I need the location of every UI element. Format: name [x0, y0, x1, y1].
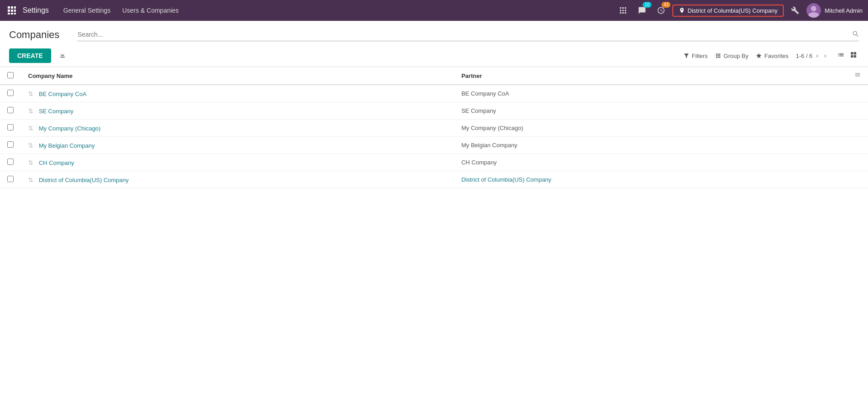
row-partner: CH Company — [454, 154, 847, 171]
row-partner: BE Company CoA — [454, 85, 847, 102]
top-navigation: Settings General Settings Users & Compan… — [0, 0, 868, 21]
row-partner: My Belgian Company — [454, 137, 847, 154]
groupby-button[interactable]: Group By — [715, 53, 748, 59]
favorites-label: Favorites — [764, 53, 788, 59]
svg-point-14 — [624, 10, 626, 11]
table-row[interactable]: ⇅ CH Company CH Company — [0, 154, 868, 171]
column-settings-button[interactable] — [854, 72, 861, 80]
table-row[interactable]: ⇅ My Belgian Company My Belgian Company — [0, 137, 868, 154]
svg-point-12 — [619, 10, 621, 11]
user-name[interactable]: Mitchell Admin — [825, 7, 863, 14]
search-icon[interactable] — [852, 30, 859, 39]
companies-table: Company Name Partner ⇅ BE Company CoA — [0, 67, 868, 188]
create-button[interactable]: CREATE — [9, 48, 51, 63]
table-row[interactable]: ⇅ My Company (Chicago) My Company (Chica… — [0, 120, 868, 137]
wrench-icon-btn[interactable] — [787, 3, 803, 18]
col-header-company-name[interactable]: Company Name — [21, 67, 454, 85]
row-checkbox-cell — [0, 154, 21, 171]
clock-badge: 43 — [662, 2, 670, 8]
view-icons — [835, 49, 859, 62]
app-title: Settings — [23, 6, 49, 14]
company-name-value: CH Company — [39, 159, 74, 166]
row-checkbox[interactable] — [7, 176, 14, 182]
col-header-partner[interactable]: Partner — [454, 67, 847, 85]
row-partner: My Company (Chicago) — [454, 120, 847, 137]
drag-handle-icon[interactable]: ⇅ — [28, 142, 34, 149]
drag-handle-icon[interactable]: ⇅ — [28, 159, 34, 166]
row-company-name: ⇅ SE Company — [21, 102, 454, 120]
row-checkbox[interactable] — [7, 107, 14, 113]
search-input[interactable] — [77, 31, 848, 38]
row-checkbox[interactable] — [7, 90, 14, 96]
next-page-button[interactable]: › — [822, 51, 828, 61]
drag-handle-icon[interactable]: ⇅ — [28, 176, 34, 183]
table-body: ⇅ BE Company CoA BE Company CoA ⇅ SE Com… — [0, 85, 868, 188]
row-checkbox-cell — [0, 102, 21, 120]
messages-badge: 10 — [643, 2, 651, 8]
svg-rect-7 — [11, 13, 13, 14]
svg-rect-3 — [8, 10, 10, 12]
kanban-view-button[interactable] — [848, 49, 859, 62]
svg-rect-0 — [8, 6, 10, 9]
svg-rect-8 — [14, 13, 16, 14]
page-title: Companies — [9, 29, 59, 41]
table-row[interactable]: ⇅ SE Company SE Company — [0, 102, 868, 120]
page-content: Companies CREATE Filters Gro — [0, 21, 868, 400]
table-row[interactable]: ⇅ District of Columbia(US) Company Distr… — [0, 171, 868, 188]
page-header: Companies — [0, 21, 868, 45]
svg-point-18 — [811, 6, 816, 11]
row-company-name: ⇅ My Belgian Company — [21, 137, 454, 154]
svg-rect-6 — [8, 13, 10, 14]
topnav-icons: 10 43 District of Columbia(US) Company — [615, 3, 863, 18]
row-checkbox-cell — [0, 137, 21, 154]
svg-point-19 — [808, 12, 819, 18]
messages-icon-btn[interactable]: 10 — [634, 3, 650, 18]
svg-rect-1 — [11, 6, 13, 9]
drag-handle-icon[interactable]: ⇅ — [28, 125, 34, 132]
filter-group: Filters Group By Favorites 1-6 / 6 ‹ › — [683, 49, 859, 62]
filters-button[interactable]: Filters — [683, 53, 708, 59]
favorites-button[interactable]: Favorites — [756, 53, 788, 59]
col-settings-header — [847, 67, 868, 85]
pagination: 1-6 / 6 ‹ › — [796, 51, 828, 61]
svg-point-13 — [622, 10, 624, 11]
row-checkbox-cell — [0, 85, 21, 102]
companies-table-wrapper: Company Name Partner ⇅ BE Company CoA — [0, 67, 868, 188]
nav-users-companies[interactable]: Users & Companies — [118, 5, 183, 16]
row-checkbox[interactable] — [7, 124, 14, 130]
company-name-value: My Company (Chicago) — [39, 125, 101, 132]
company-name-value: District of Columbia(US) Company — [39, 177, 129, 183]
list-view-button[interactable] — [835, 49, 846, 62]
row-company-name: ⇅ BE Company CoA — [21, 85, 454, 102]
row-checkbox[interactable] — [7, 159, 14, 165]
company-name-value: BE Company CoA — [39, 91, 87, 97]
grid-icon-btn[interactable] — [615, 3, 631, 18]
row-checkbox-cell — [0, 171, 21, 188]
avatar[interactable] — [806, 3, 821, 18]
clock-icon-btn[interactable]: 43 — [653, 3, 669, 18]
company-name-value: SE Company — [39, 108, 74, 115]
prev-page-button[interactable]: ‹ — [814, 51, 820, 61]
company-name-value: My Belgian Company — [39, 142, 95, 149]
download-button[interactable] — [55, 49, 70, 63]
drag-handle-icon[interactable]: ⇅ — [28, 90, 34, 97]
pagination-text: 1-6 / 6 — [796, 53, 812, 59]
select-all-checkbox-col — [0, 67, 21, 85]
action-bar: CREATE Filters Group By Favorites 1-6 / … — [0, 45, 868, 67]
svg-point-11 — [624, 7, 626, 9]
drag-handle-icon[interactable]: ⇅ — [28, 107, 34, 115]
row-company-name: ⇅ CH Company — [21, 154, 454, 171]
table-row[interactable]: ⇅ BE Company CoA BE Company CoA — [0, 85, 868, 102]
filters-label: Filters — [692, 53, 708, 59]
svg-rect-5 — [14, 10, 16, 12]
company-button[interactable]: District of Columbia(US) Company — [672, 5, 784, 17]
svg-rect-4 — [11, 10, 13, 12]
select-all-checkbox[interactable] — [7, 72, 14, 78]
row-checkbox[interactable] — [7, 141, 14, 148]
search-bar — [77, 28, 859, 41]
apps-icon[interactable] — [5, 4, 18, 17]
svg-point-10 — [622, 7, 624, 9]
nav-general-settings[interactable]: General Settings — [59, 5, 115, 16]
svg-point-16 — [622, 12, 624, 14]
row-company-name: ⇅ My Company (Chicago) — [21, 120, 454, 137]
